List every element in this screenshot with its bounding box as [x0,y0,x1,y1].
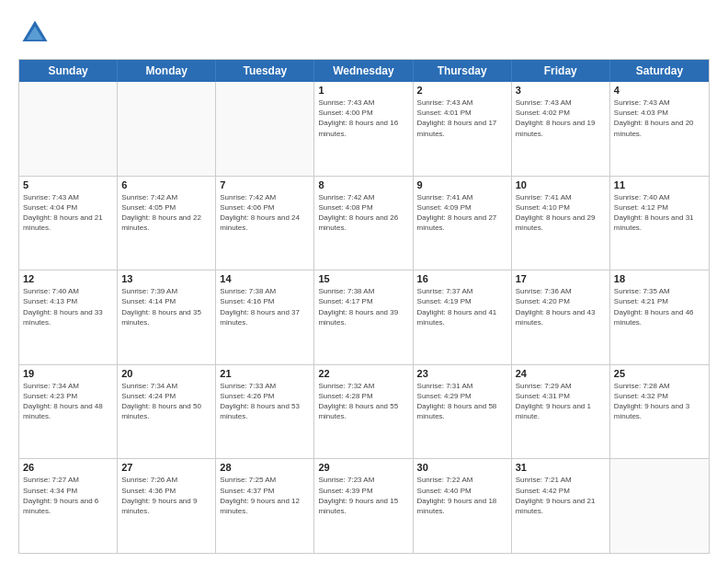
day-number: 15 [318,273,408,284]
calendar-cell-12: 12Sunrise: 7:40 AMSunset: 4:13 PMDayligh… [19,270,118,364]
calendar-cell-23: 23Sunrise: 7:31 AMSunset: 4:29 PMDayligh… [414,365,512,459]
day-info: Sunrise: 7:42 AMSunset: 4:06 PMDaylight:… [220,192,310,234]
day-info: Sunrise: 7:29 AMSunset: 4:31 PMDaylight:… [516,381,606,422]
day-info: Sunrise: 7:27 AMSunset: 4:34 PMDaylight:… [23,475,113,516]
day-number: 29 [318,462,408,473]
calendar-cell-19: 19Sunrise: 7:34 AMSunset: 4:23 PMDayligh… [19,365,118,459]
day-number: 19 [23,368,113,379]
calendar-cell-empty [216,82,314,176]
calendar-weekday-wednesday: Wednesday [314,60,413,82]
calendar-cell-13: 13Sunrise: 7:39 AMSunset: 4:14 PMDayligh… [118,270,216,364]
calendar-cell-18: 18Sunrise: 7:35 AMSunset: 4:21 PMDayligh… [610,270,709,364]
calendar-cell-30: 30Sunrise: 7:22 AMSunset: 4:40 PMDayligh… [414,459,512,553]
day-number: 27 [121,462,211,473]
day-info: Sunrise: 7:38 AMSunset: 4:17 PMDaylight:… [318,286,408,327]
day-number: 9 [417,179,507,190]
day-info: Sunrise: 7:31 AMSunset: 4:29 PMDaylight:… [417,381,507,422]
day-number: 30 [417,462,507,473]
calendar-weekday-tuesday: Tuesday [216,60,314,82]
day-number: 28 [220,462,310,473]
calendar-cell-10: 10Sunrise: 7:41 AMSunset: 4:10 PMDayligh… [512,177,610,270]
calendar-cell-9: 9Sunrise: 7:41 AMSunset: 4:09 PMDaylight… [414,177,512,270]
calendar-week-2: 5Sunrise: 7:43 AMSunset: 4:04 PMDaylight… [19,177,709,271]
day-number: 20 [121,368,211,379]
day-info: Sunrise: 7:33 AMSunset: 4:26 PMDaylight:… [220,381,310,422]
day-info: Sunrise: 7:41 AMSunset: 4:09 PMDaylight:… [417,192,507,234]
day-number: 22 [318,368,408,379]
day-number: 14 [220,273,310,284]
calendar-cell-empty [19,82,118,176]
day-number: 10 [516,179,606,190]
calendar-cell-11: 11Sunrise: 7:40 AMSunset: 4:12 PMDayligh… [610,177,709,270]
day-info: Sunrise: 7:28 AMSunset: 4:32 PMDaylight:… [614,381,705,422]
calendar-cell-2: 2Sunrise: 7:43 AMSunset: 4:01 PMDaylight… [414,82,512,176]
calendar-cell-empty [610,459,709,553]
calendar-cell-15: 15Sunrise: 7:38 AMSunset: 4:17 PMDayligh… [314,270,413,364]
day-number: 26 [23,462,113,473]
day-number: 17 [516,273,606,284]
logo-icon [18,17,51,50]
day-info: Sunrise: 7:43 AMSunset: 4:04 PMDaylight:… [23,192,113,234]
day-number: 23 [417,368,507,379]
calendar-cell-5: 5Sunrise: 7:43 AMSunset: 4:04 PMDaylight… [19,177,118,270]
calendar-week-1: 1Sunrise: 7:43 AMSunset: 4:00 PMDaylight… [19,82,709,177]
day-info: Sunrise: 7:39 AMSunset: 4:14 PMDaylight:… [121,286,211,327]
day-number: 16 [417,273,507,284]
day-number: 1 [318,85,408,96]
calendar-cell-31: 31Sunrise: 7:21 AMSunset: 4:42 PMDayligh… [512,459,610,553]
day-info: Sunrise: 7:38 AMSunset: 4:16 PMDaylight:… [220,286,310,327]
day-number: 24 [516,368,606,379]
calendar-cell-25: 25Sunrise: 7:28 AMSunset: 4:32 PMDayligh… [610,365,709,459]
calendar-cell-28: 28Sunrise: 7:25 AMSunset: 4:37 PMDayligh… [216,459,314,553]
day-info: Sunrise: 7:43 AMSunset: 4:01 PMDaylight:… [417,98,507,139]
day-number: 8 [318,179,408,190]
day-number: 11 [614,179,705,190]
day-number: 3 [516,85,606,96]
day-info: Sunrise: 7:36 AMSunset: 4:20 PMDaylight:… [516,286,606,327]
calendar-week-3: 12Sunrise: 7:40 AMSunset: 4:13 PMDayligh… [19,270,709,365]
page: SundayMondayTuesdayWednesdayThursdayFrid… [0,0,728,563]
calendar-cell-6: 6Sunrise: 7:42 AMSunset: 4:05 PMDaylight… [118,177,216,270]
logo [18,17,55,50]
calendar-weekday-monday: Monday [118,60,216,82]
day-info: Sunrise: 7:23 AMSunset: 4:39 PMDaylight:… [318,475,408,516]
day-number: 7 [220,179,310,190]
day-number: 25 [614,368,705,379]
calendar-weekday-friday: Friday [512,60,610,82]
day-info: Sunrise: 7:40 AMSunset: 4:12 PMDaylight:… [614,192,705,234]
calendar-cell-4: 4Sunrise: 7:43 AMSunset: 4:03 PMDaylight… [610,82,709,176]
day-number: 5 [23,179,113,190]
calendar-cell-empty [118,82,216,176]
day-info: Sunrise: 7:26 AMSunset: 4:36 PMDaylight:… [121,475,211,516]
calendar-cell-22: 22Sunrise: 7:32 AMSunset: 4:28 PMDayligh… [314,365,413,459]
calendar-cell-7: 7Sunrise: 7:42 AMSunset: 4:06 PMDaylight… [216,177,314,270]
calendar-cell-8: 8Sunrise: 7:42 AMSunset: 4:08 PMDaylight… [314,177,413,270]
day-info: Sunrise: 7:34 AMSunset: 4:24 PMDaylight:… [121,381,211,422]
day-number: 18 [614,273,705,284]
calendar-cell-17: 17Sunrise: 7:36 AMSunset: 4:20 PMDayligh… [512,270,610,364]
day-info: Sunrise: 7:41 AMSunset: 4:10 PMDaylight:… [516,192,606,234]
day-number: 6 [121,179,211,190]
calendar-weekday-saturday: Saturday [610,60,709,82]
day-number: 21 [220,368,310,379]
day-info: Sunrise: 7:32 AMSunset: 4:28 PMDaylight:… [318,381,408,422]
day-info: Sunrise: 7:25 AMSunset: 4:37 PMDaylight:… [220,475,310,516]
day-info: Sunrise: 7:35 AMSunset: 4:21 PMDaylight:… [614,286,705,327]
calendar-cell-24: 24Sunrise: 7:29 AMSunset: 4:31 PMDayligh… [512,365,610,459]
calendar-weekday-sunday: Sunday [19,60,118,82]
calendar-cell-20: 20Sunrise: 7:34 AMSunset: 4:24 PMDayligh… [118,365,216,459]
day-number: 12 [23,273,113,284]
calendar-cell-26: 26Sunrise: 7:27 AMSunset: 4:34 PMDayligh… [19,459,118,553]
calendar-weekday-thursday: Thursday [414,60,512,82]
day-number: 2 [417,85,507,96]
day-info: Sunrise: 7:34 AMSunset: 4:23 PMDaylight:… [23,381,113,422]
calendar-cell-14: 14Sunrise: 7:38 AMSunset: 4:16 PMDayligh… [216,270,314,364]
day-info: Sunrise: 7:37 AMSunset: 4:19 PMDaylight:… [417,286,507,327]
calendar: SundayMondayTuesdayWednesdayThursdayFrid… [18,59,710,554]
day-info: Sunrise: 7:42 AMSunset: 4:05 PMDaylight:… [121,192,211,234]
day-info: Sunrise: 7:43 AMSunset: 4:00 PMDaylight:… [318,98,408,139]
day-info: Sunrise: 7:21 AMSunset: 4:42 PMDaylight:… [516,475,606,516]
calendar-cell-16: 16Sunrise: 7:37 AMSunset: 4:19 PMDayligh… [414,270,512,364]
calendar-header: SundayMondayTuesdayWednesdayThursdayFrid… [19,60,709,82]
calendar-cell-21: 21Sunrise: 7:33 AMSunset: 4:26 PMDayligh… [216,365,314,459]
